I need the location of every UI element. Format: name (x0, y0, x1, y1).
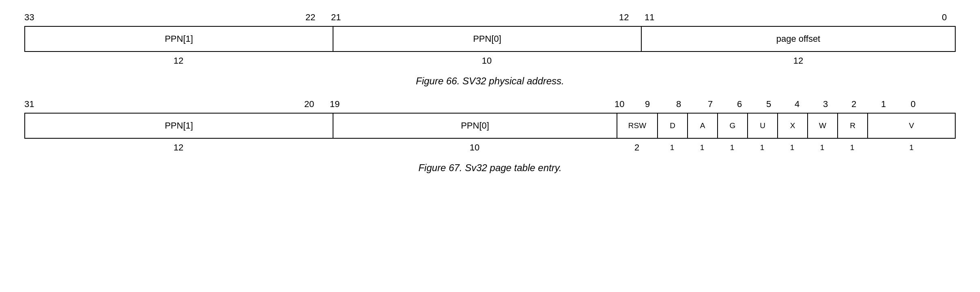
fig67-field-rsw: RSW (617, 114, 658, 138)
fig66-field-ppn0: PPN[0] (333, 27, 642, 51)
fig67-width-ppn1: 12 (24, 140, 333, 155)
fig67-bit-6: 6 (737, 99, 742, 110)
fig67-bit-1: 1 (881, 99, 886, 110)
fig67-field-a: A (688, 114, 718, 138)
fig67-widths: 12 10 2 1 1 1 1 1 1 1 1 (24, 140, 956, 155)
fig66-bit-22: 22 (305, 12, 315, 23)
fig67-bit-5: 5 (766, 99, 771, 110)
fig67-bit-4: 4 (795, 99, 799, 110)
fig67-width-r: 1 (837, 140, 867, 155)
fig67-field-ppn1: PPN[1] (25, 114, 333, 138)
fig66-width-ppn1: 12 (24, 54, 333, 68)
fig67-width-rsw: 2 (617, 140, 657, 155)
fig67-bit-9: 9 (645, 99, 650, 110)
fig67-width-w: 1 (807, 140, 837, 155)
fig67-field-w: W (808, 114, 838, 138)
fig67-bit-labels: 31 20 19 10 9 8 7 6 5 4 3 2 1 0 (24, 99, 956, 112)
fig67-width-x: 1 (777, 140, 807, 155)
fig66-widths: 12 10 12 (24, 54, 956, 68)
fig67-bit-31: 31 (24, 99, 34, 110)
fig66-width-ppn0: 10 (333, 54, 641, 68)
fig67-width-a: 1 (687, 140, 717, 155)
fig67-width-d: 1 (657, 140, 687, 155)
fig67-bit-0: 0 (911, 99, 916, 110)
fig67-field-d: D (658, 114, 688, 138)
fig67-caption: Figure 67. Sv32 page table entry. (24, 162, 956, 174)
fig67-field-ppn0: PPN[0] (333, 114, 617, 138)
fig67-width-ppn0: 10 (333, 140, 617, 155)
fig66-caption: Figure 66. SV32 physical address. (24, 75, 956, 87)
fig66-bit-0: 0 (942, 12, 947, 23)
fig66-field-pageoffset: page offset (642, 27, 955, 51)
fig67-bit-7: 7 (708, 99, 713, 110)
fig67-fields: PPN[1] PPN[0] RSW D A G U X W R V (24, 113, 956, 139)
fig66-bit-21: 21 (331, 12, 341, 23)
fig67-width-g: 1 (717, 140, 747, 155)
fig66-bit-33: 33 (24, 12, 34, 23)
fig67-bit-10: 10 (615, 99, 624, 110)
fig67-bit-3: 3 (823, 99, 828, 110)
fig67-field-x: X (778, 114, 808, 138)
fig67-field-u: U (748, 114, 778, 138)
fig67-field-r: R (838, 114, 868, 138)
fig66-bit-12: 12 (619, 12, 629, 23)
fig66-bit-labels: 33 22 21 12 11 0 (24, 12, 956, 25)
fig66-width-pageoffset: 12 (641, 54, 956, 68)
fig67-bit-8: 8 (676, 99, 681, 110)
fig67-width-u: 1 (747, 140, 777, 155)
fig67-bit-2: 2 (851, 99, 856, 110)
fig66-fields: PPN[1] PPN[0] page offset (24, 26, 956, 52)
fig67-field-g: G (718, 114, 748, 138)
fig66-container: 33 22 21 12 11 0 PPN[1] PPN[0] page offs… (24, 12, 956, 87)
fig67-container: 31 20 19 10 9 8 7 6 5 4 3 2 1 0 PPN[1] P… (24, 99, 956, 174)
fig66-bit-11: 11 (645, 12, 654, 23)
fig67-bit-19: 19 (330, 99, 340, 110)
fig67-bit-20: 20 (304, 99, 314, 110)
fig67-width-v: 1 (867, 140, 956, 155)
fig66-field-ppn1: PPN[1] (25, 27, 333, 51)
fig67-field-v: V (868, 114, 955, 138)
